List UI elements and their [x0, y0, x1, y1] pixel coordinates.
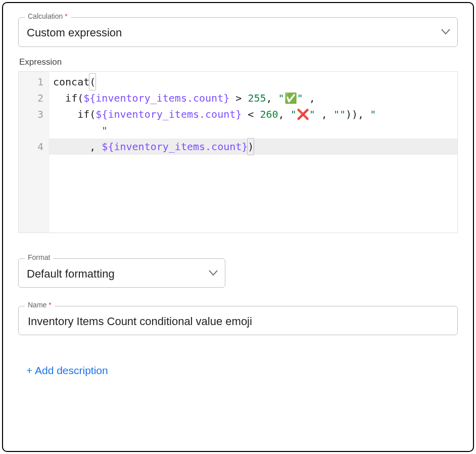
name-input[interactable] [27, 314, 449, 329]
editor-code[interactable]: concat( if(${inventory_items.count} > 25… [49, 72, 457, 233]
caret-down-icon [441, 29, 450, 35]
name-field[interactable]: Name * [18, 306, 458, 335]
calculation-value: Custom expression [27, 26, 449, 40]
editor-gutter: 1234 [19, 72, 49, 233]
format-value: Default formatting [27, 267, 217, 282]
format-select[interactable]: Format Default formatting [18, 258, 225, 288]
name-label: Name * [25, 301, 55, 308]
format-label: Format [25, 254, 53, 261]
caret-down-icon [209, 270, 218, 276]
calculation-select[interactable]: Calculation * Custom expression [18, 17, 458, 47]
add-description-link[interactable]: + Add description [26, 365, 108, 377]
calculation-label: Calculation * [25, 13, 71, 20]
expression-label: Expression [19, 57, 458, 67]
expression-editor[interactable]: 1234 concat( if(${inventory_items.count}… [18, 71, 458, 233]
dialog-panel: Calculation * Custom expression Expressi… [2, 2, 474, 452]
